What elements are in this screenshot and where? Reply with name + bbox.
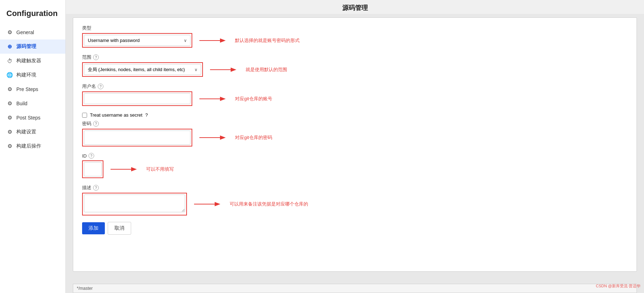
password-label: 密码 ? <box>82 121 628 127</box>
sidebar-item-post-steps[interactable]: ⚙ Post Steps <box>0 111 65 125</box>
clock-icon: ⏱ <box>6 58 13 64</box>
sidebar-item-label: Pre Steps <box>16 86 38 92</box>
description-label: 描述 ? <box>82 185 628 191</box>
gear-icon-4: ⚙ <box>6 114 13 121</box>
treat-username-help-icon[interactable]: ? <box>145 112 148 118</box>
sidebar-item-build-env[interactable]: 🌐 构建环境 <box>0 68 65 82</box>
username-arrow <box>199 95 228 102</box>
modal-area: 类型 Username with password <box>66 14 644 293</box>
sidebar-item-label: General <box>16 30 34 35</box>
add-button[interactable]: 添加 <box>82 222 105 234</box>
username-input[interactable] <box>84 93 190 104</box>
sidebar-item-label: 源码管理 <box>16 43 36 50</box>
scope-label: 范围 ? <box>82 54 628 60</box>
id-help-icon[interactable]: ? <box>88 153 94 159</box>
button-row: 添加 取消 <box>82 222 628 235</box>
type-annotation: 默认选择的就是账号密码的形式 <box>235 37 300 44</box>
app-title: Configuration <box>0 4 65 25</box>
id-label: ID ? <box>82 153 628 159</box>
modal-box: 类型 Username with password <box>73 17 637 272</box>
sidebar-item-build[interactable]: ⚙ Build <box>0 96 65 111</box>
description-arrow <box>194 201 222 208</box>
source-icon: ⊕ <box>6 43 13 50</box>
globe-icon: 🌐 <box>6 72 13 78</box>
sidebar-item-general[interactable]: ⚙ General <box>0 25 65 39</box>
type-arrow <box>199 37 228 44</box>
gear-icon: ⚙ <box>6 29 13 36</box>
sidebar-item-build-settings[interactable]: ⚙ 构建设置 <box>0 125 65 139</box>
username-label: 用户名 ? <box>82 83 628 90</box>
scope-select[interactable]: 全局 (Jenkins, nodes, items, all child ite… <box>84 64 201 75</box>
gear-icon-3: ⚙ <box>6 100 13 107</box>
sidebar-item-build-trigger[interactable]: ⏱ 构建触发器 <box>0 54 65 68</box>
sidebar-item-label: 构建环境 <box>16 72 36 78</box>
page-title: 源码管理 <box>66 0 644 14</box>
gear-icon-5: ⚙ <box>6 129 13 135</box>
bottom-bar: */master <box>73 284 637 293</box>
scope-help-icon[interactable]: ? <box>93 54 99 60</box>
id-input[interactable] <box>84 162 102 176</box>
watermark: CSDN @新库受流·普适华 <box>596 283 640 289</box>
sidebar-item-label: 构建触发器 <box>16 58 41 64</box>
scope-section: 范围 ? 全局 (Jenkins, nodes, items, all chil… <box>82 54 628 77</box>
gear-icon-2: ⚙ <box>6 86 13 92</box>
type-section: 类型 Username with password <box>82 25 628 48</box>
description-help-icon[interactable]: ? <box>93 185 99 191</box>
sidebar-item-label: 构建后操作 <box>16 143 41 149</box>
password-arrow <box>199 132 228 143</box>
scope-arrow <box>210 66 238 73</box>
type-select[interactable]: Username with password <box>84 35 190 46</box>
password-section: 密码 ? 对应git仓库的密码 <box>82 121 628 146</box>
gear-icon-6: ⚙ <box>6 143 13 149</box>
id-annotation: 可以不用填写 <box>146 166 174 172</box>
sidebar-item-post-build[interactable]: ⚙ 构建后操作 <box>0 139 65 153</box>
password-input[interactable] <box>84 130 190 145</box>
id-arrow <box>111 166 139 173</box>
bottom-bar-text: */master <box>77 286 93 291</box>
scope-annotation: 就是使用默认的范围 <box>246 66 287 73</box>
type-label: 类型 <box>82 25 628 31</box>
username-annotation: 对应git仓库的账号 <box>235 96 272 102</box>
treat-username-row: Treat username as secret ? <box>82 112 628 118</box>
username-help-icon[interactable]: ? <box>98 84 103 89</box>
main-content: 源码管理 类型 Username with password <box>66 0 644 293</box>
treat-username-checkbox[interactable] <box>82 113 87 118</box>
id-section: ID ? 可以不用填写 <box>82 153 628 178</box>
sidebar-item-source-mgmt[interactable]: ⊕ 源码管理 <box>0 39 65 54</box>
sidebar: Configuration ⚙ General ⊕ 源码管理 ⏱ 构建触发器 🌐… <box>0 0 66 293</box>
sidebar-item-label: Post Steps <box>16 115 41 121</box>
username-section: 用户名 ? 对应git仓库的账号 <box>82 83 628 106</box>
sidebar-item-label: Build <box>16 101 27 106</box>
sidebar-item-label: 构建设置 <box>16 129 36 135</box>
treat-username-label: Treat username as secret <box>90 112 143 118</box>
description-input[interactable] <box>84 195 185 212</box>
description-annotation: 可以用来备注该凭据是对应哪个仓库的 <box>230 201 308 207</box>
sidebar-item-pre-steps[interactable]: ⚙ Pre Steps <box>0 82 65 96</box>
password-help-icon[interactable]: ? <box>93 121 99 127</box>
description-section: 描述 ? 可以用来备注该凭据是对应哪个 <box>82 185 628 215</box>
cancel-button[interactable]: 取消 <box>108 222 131 235</box>
password-annotation: 对应git仓库的密码 <box>235 134 272 141</box>
